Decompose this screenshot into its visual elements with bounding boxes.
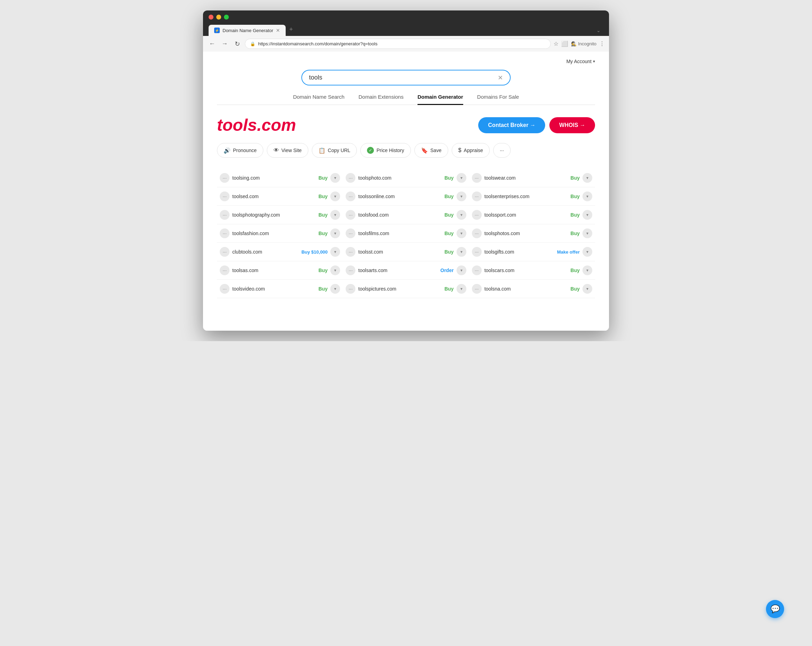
buy-button[interactable]: Buy bbox=[444, 286, 453, 292]
traffic-light-yellow[interactable] bbox=[216, 15, 221, 20]
domain-menu-button[interactable]: ··· bbox=[346, 247, 356, 257]
expand-button[interactable]: ▾ bbox=[456, 173, 466, 183]
expand-button[interactable]: ▾ bbox=[583, 173, 592, 183]
buy-button[interactable]: Buy bbox=[571, 175, 580, 181]
domain-menu-button[interactable]: ··· bbox=[220, 173, 229, 183]
reload-button[interactable]: ↻ bbox=[232, 39, 242, 49]
buy-price-button[interactable]: Buy $10,000 bbox=[301, 249, 328, 255]
domain-menu-button[interactable]: ··· bbox=[346, 210, 356, 220]
layout-icon[interactable]: ⬜ bbox=[561, 40, 568, 47]
domain-menu-button[interactable]: ··· bbox=[346, 266, 356, 275]
buy-button[interactable]: Buy bbox=[444, 249, 453, 255]
domain-menu-button[interactable]: ··· bbox=[220, 247, 229, 257]
tab-domains-for-sale[interactable]: Domains For Sale bbox=[477, 94, 519, 105]
domain-menu-button[interactable]: ··· bbox=[346, 229, 356, 238]
domain-menu-button[interactable]: ··· bbox=[220, 229, 229, 238]
order-button[interactable]: Order bbox=[441, 267, 454, 273]
domain-menu-button[interactable]: ··· bbox=[472, 173, 482, 183]
expand-button[interactable]: ▾ bbox=[583, 247, 592, 257]
list-item: ··· toolsphoto.com Buy ▾ bbox=[343, 169, 469, 187]
tab-domain-extensions[interactable]: Domain Extensions bbox=[359, 94, 404, 105]
buy-button[interactable]: Buy bbox=[444, 212, 453, 218]
buy-button[interactable]: Buy bbox=[319, 231, 328, 236]
new-tab-button[interactable]: + bbox=[286, 23, 296, 36]
list-item: ··· toolsfood.com Buy ▾ bbox=[343, 206, 469, 224]
back-button[interactable]: ← bbox=[207, 39, 217, 49]
pronounce-button[interactable]: 🔊 Pronounce bbox=[217, 143, 263, 158]
buy-button[interactable]: Buy bbox=[571, 267, 580, 273]
buy-button[interactable]: Buy bbox=[319, 175, 328, 181]
domain-menu-button[interactable]: ··· bbox=[220, 191, 229, 201]
domain-menu-button[interactable]: ··· bbox=[472, 191, 482, 201]
domain-action-buttons: Contact Broker → WHOIS → bbox=[478, 117, 595, 133]
domain-menu-button[interactable]: ··· bbox=[472, 266, 482, 275]
expand-button[interactable]: ▾ bbox=[583, 191, 592, 201]
buy-button[interactable]: Buy bbox=[319, 286, 328, 292]
expand-button[interactable]: ▾ bbox=[456, 191, 466, 201]
expand-button[interactable]: ▾ bbox=[583, 229, 592, 238]
domain-menu-button[interactable]: ··· bbox=[346, 284, 356, 294]
expand-button[interactable]: ▾ bbox=[583, 210, 592, 220]
expand-button[interactable]: ▾ bbox=[330, 284, 340, 294]
buy-button[interactable]: Buy bbox=[571, 212, 580, 218]
domain-menu-button[interactable]: ··· bbox=[220, 210, 229, 220]
domain-menu-button[interactable]: ··· bbox=[220, 266, 229, 275]
expand-button[interactable]: ▾ bbox=[456, 247, 466, 257]
tab-close-button[interactable]: ✕ bbox=[276, 27, 280, 33]
active-tab[interactable]: ⚡ Domain Name Generator ✕ bbox=[209, 25, 285, 36]
buy-button[interactable]: Buy bbox=[319, 194, 328, 199]
expand-button[interactable]: ▾ bbox=[330, 210, 340, 220]
domain-menu-button[interactable]: ··· bbox=[472, 247, 482, 257]
buy-button[interactable]: Buy bbox=[319, 212, 328, 218]
tab-domain-name-search[interactable]: Domain Name Search bbox=[293, 94, 345, 105]
traffic-light-green[interactable] bbox=[224, 15, 229, 20]
whois-button[interactable]: WHOIS → bbox=[549, 117, 595, 133]
appraise-button[interactable]: $ Appraise bbox=[452, 143, 490, 158]
more-options-button[interactable]: ··· bbox=[493, 143, 511, 158]
search-input[interactable] bbox=[309, 74, 495, 81]
make-offer-button[interactable]: Make offer bbox=[557, 249, 580, 255]
expand-button[interactable]: ▾ bbox=[330, 173, 340, 183]
search-clear-button[interactable]: ✕ bbox=[498, 75, 503, 81]
expand-button[interactable]: ▾ bbox=[583, 266, 592, 275]
buy-button[interactable]: Buy bbox=[571, 194, 580, 199]
expand-button[interactable]: ▾ bbox=[456, 284, 466, 294]
browser-menu-icon[interactable]: ⋮ bbox=[599, 40, 605, 47]
expand-button[interactable]: ▾ bbox=[456, 266, 466, 275]
buy-button[interactable]: Buy bbox=[444, 175, 453, 181]
traffic-light-red[interactable] bbox=[209, 15, 214, 20]
bookmark-icon[interactable]: ☆ bbox=[554, 40, 559, 47]
buy-button[interactable]: Buy bbox=[571, 286, 580, 292]
my-account-button[interactable]: My Account ▾ bbox=[566, 59, 595, 64]
address-input[interactable]: 🔒 https://instantdomainsearch.com/domain… bbox=[245, 39, 551, 49]
lock-icon: 🔒 bbox=[250, 41, 255, 46]
buy-button[interactable]: Buy bbox=[319, 267, 328, 273]
expand-button[interactable]: ▾ bbox=[330, 191, 340, 201]
contact-broker-button[interactable]: Contact Broker → bbox=[478, 117, 545, 133]
list-item: ··· toolssonline.com Buy ▾ bbox=[343, 187, 469, 206]
expand-button[interactable]: ▾ bbox=[456, 229, 466, 238]
view-site-button[interactable]: 👁 View Site bbox=[267, 143, 308, 158]
domain-menu-button[interactable]: ··· bbox=[472, 284, 482, 294]
expand-button[interactable]: ▾ bbox=[583, 284, 592, 294]
buy-button[interactable]: Buy bbox=[444, 231, 453, 236]
domain-menu-button[interactable]: ··· bbox=[472, 229, 482, 238]
expand-button[interactable]: ▾ bbox=[456, 210, 466, 220]
price-history-button[interactable]: ✓ Price History bbox=[360, 143, 411, 158]
domain-name: toolsphoto.com bbox=[358, 175, 441, 181]
copy-url-button[interactable]: 📋 Copy URL bbox=[312, 143, 357, 158]
domain-menu-button[interactable]: ··· bbox=[220, 284, 229, 294]
price-check-icon: ✓ bbox=[367, 147, 374, 154]
save-button[interactable]: 🔖 Save bbox=[414, 143, 448, 158]
domain-menu-button[interactable]: ··· bbox=[346, 173, 356, 183]
buy-button[interactable]: Buy bbox=[444, 194, 453, 199]
tab-more-button[interactable]: ⌄ bbox=[594, 25, 603, 36]
expand-button[interactable]: ▾ bbox=[330, 266, 340, 275]
buy-button[interactable]: Buy bbox=[571, 231, 580, 236]
expand-button[interactable]: ▾ bbox=[330, 247, 340, 257]
domain-menu-button[interactable]: ··· bbox=[472, 210, 482, 220]
forward-button[interactable]: → bbox=[220, 39, 229, 49]
expand-button[interactable]: ▾ bbox=[330, 229, 340, 238]
domain-menu-button[interactable]: ··· bbox=[346, 191, 356, 201]
tab-domain-generator[interactable]: Domain Generator bbox=[418, 94, 463, 105]
